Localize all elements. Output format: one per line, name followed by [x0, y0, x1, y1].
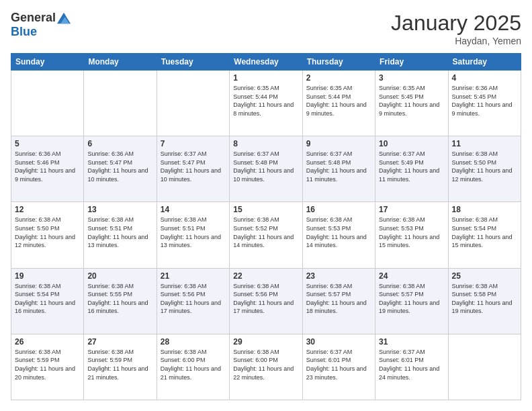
day-info: Sunrise: 6:38 AM Sunset: 5:50 PM Dayligh…	[452, 150, 517, 183]
week-row-3: 12Sunrise: 6:38 AM Sunset: 5:50 PM Dayli…	[11, 202, 521, 268]
header-monday: Monday	[84, 54, 157, 71]
calendar-cell: 25Sunrise: 6:38 AM Sunset: 5:58 PM Dayli…	[448, 268, 521, 334]
calendar-cell: 2Sunrise: 6:35 AM Sunset: 5:44 PM Daylig…	[302, 71, 375, 136]
day-number: 11	[452, 139, 517, 148]
day-info: Sunrise: 6:38 AM Sunset: 5:54 PM Dayligh…	[452, 216, 517, 249]
day-info: Sunrise: 6:38 AM Sunset: 5:57 PM Dayligh…	[306, 282, 371, 316]
calendar-cell: 20Sunrise: 6:38 AM Sunset: 5:55 PM Dayli…	[84, 268, 157, 334]
day-number: 8	[233, 139, 298, 148]
calendar-cell: 15Sunrise: 6:38 AM Sunset: 5:52 PM Dayli…	[230, 202, 302, 268]
day-number: 16	[306, 205, 371, 214]
calendar-cell: 12Sunrise: 6:38 AM Sunset: 5:50 PM Dayli…	[11, 202, 84, 268]
calendar-table: Sunday Monday Tuesday Wednesday Thursday…	[11, 53, 521, 400]
calendar-cell: 17Sunrise: 6:38 AM Sunset: 5:53 PM Dayli…	[375, 202, 448, 268]
day-info: Sunrise: 6:38 AM Sunset: 5:51 PM Dayligh…	[87, 216, 152, 249]
calendar-cell: 13Sunrise: 6:38 AM Sunset: 5:51 PM Dayli…	[84, 202, 157, 268]
header-saturday: Saturday	[448, 54, 521, 71]
day-info: Sunrise: 6:35 AM Sunset: 5:44 PM Dayligh…	[233, 84, 298, 118]
calendar-cell: 26Sunrise: 6:38 AM Sunset: 5:59 PM Dayli…	[11, 334, 84, 400]
day-info: Sunrise: 6:38 AM Sunset: 5:54 PM Dayligh…	[15, 282, 80, 316]
calendar-cell: 18Sunrise: 6:38 AM Sunset: 5:54 PM Dayli…	[448, 202, 521, 268]
day-number: 30	[306, 337, 371, 347]
location: Haydan, Yemen	[391, 36, 521, 46]
logo-icon	[57, 11, 71, 25]
day-info: Sunrise: 6:38 AM Sunset: 5:50 PM Dayligh…	[15, 216, 80, 249]
calendar-cell: 16Sunrise: 6:38 AM Sunset: 5:53 PM Dayli…	[302, 202, 375, 268]
day-number: 12	[15, 205, 80, 214]
day-number: 13	[87, 205, 152, 214]
logo-general-text: General	[11, 11, 56, 25]
day-number: 25	[452, 271, 517, 281]
day-info: Sunrise: 6:37 AM Sunset: 5:48 PM Dayligh…	[233, 150, 298, 183]
week-row-4: 19Sunrise: 6:38 AM Sunset: 5:54 PM Dayli…	[11, 268, 521, 334]
calendar-page: General Blue January 2025 Haydan, Yemen …	[0, 0, 532, 411]
day-number: 7	[161, 139, 226, 148]
day-info: Sunrise: 6:35 AM Sunset: 5:44 PM Dayligh…	[306, 84, 371, 118]
day-number: 4	[452, 73, 517, 83]
week-row-5: 26Sunrise: 6:38 AM Sunset: 5:59 PM Dayli…	[11, 334, 521, 400]
day-info: Sunrise: 6:38 AM Sunset: 5:52 PM Dayligh…	[233, 216, 298, 249]
calendar-cell: 1Sunrise: 6:35 AM Sunset: 5:44 PM Daylig…	[230, 71, 302, 136]
day-number: 10	[379, 139, 444, 148]
weekday-header-row: Sunday Monday Tuesday Wednesday Thursday…	[11, 54, 521, 71]
day-info: Sunrise: 6:38 AM Sunset: 5:53 PM Dayligh…	[306, 216, 371, 249]
calendar-cell: 11Sunrise: 6:38 AM Sunset: 5:50 PM Dayli…	[448, 136, 521, 202]
day-number: 15	[233, 205, 298, 214]
day-info: Sunrise: 6:38 AM Sunset: 5:57 PM Dayligh…	[379, 282, 444, 316]
day-number: 14	[161, 205, 226, 214]
calendar-cell: 28Sunrise: 6:38 AM Sunset: 6:00 PM Dayli…	[157, 334, 229, 400]
day-number: 19	[15, 271, 80, 281]
day-number: 24	[379, 271, 444, 281]
day-info: Sunrise: 6:38 AM Sunset: 6:00 PM Dayligh…	[233, 348, 298, 381]
calendar-cell: 31Sunrise: 6:37 AM Sunset: 6:01 PM Dayli…	[375, 334, 448, 400]
day-number: 27	[87, 337, 152, 347]
day-info: Sunrise: 6:35 AM Sunset: 5:45 PM Dayligh…	[379, 84, 444, 118]
calendar-cell: 30Sunrise: 6:37 AM Sunset: 6:01 PM Dayli…	[302, 334, 375, 400]
calendar-cell: 10Sunrise: 6:37 AM Sunset: 5:49 PM Dayli…	[375, 136, 448, 202]
day-number: 6	[87, 139, 152, 148]
day-info: Sunrise: 6:37 AM Sunset: 5:49 PM Dayligh…	[379, 150, 444, 183]
calendar-cell: 9Sunrise: 6:37 AM Sunset: 5:48 PM Daylig…	[302, 136, 375, 202]
calendar-cell	[84, 71, 157, 136]
calendar-cell: 29Sunrise: 6:38 AM Sunset: 6:00 PM Dayli…	[230, 334, 302, 400]
week-row-1: 1Sunrise: 6:35 AM Sunset: 5:44 PM Daylig…	[11, 71, 521, 136]
day-info: Sunrise: 6:36 AM Sunset: 5:45 PM Dayligh…	[452, 84, 517, 118]
logo-blue-text: Blue	[11, 25, 37, 39]
header-thursday: Thursday	[302, 54, 375, 71]
day-info: Sunrise: 6:38 AM Sunset: 5:59 PM Dayligh…	[87, 348, 152, 381]
calendar-cell: 4Sunrise: 6:36 AM Sunset: 5:45 PM Daylig…	[448, 71, 521, 136]
day-number: 22	[233, 271, 298, 281]
day-number: 2	[306, 73, 371, 83]
week-row-2: 5Sunrise: 6:36 AM Sunset: 5:46 PM Daylig…	[11, 136, 521, 202]
calendar-cell: 21Sunrise: 6:38 AM Sunset: 5:56 PM Dayli…	[157, 268, 229, 334]
calendar-cell	[11, 71, 84, 136]
day-number: 20	[87, 271, 152, 281]
calendar-cell: 3Sunrise: 6:35 AM Sunset: 5:45 PM Daylig…	[375, 71, 448, 136]
page-header: General Blue January 2025 Haydan, Yemen	[11, 11, 521, 46]
header-friday: Friday	[375, 54, 448, 71]
day-info: Sunrise: 6:37 AM Sunset: 5:48 PM Dayligh…	[306, 150, 371, 183]
day-number: 18	[452, 205, 517, 214]
calendar-cell: 6Sunrise: 6:36 AM Sunset: 5:47 PM Daylig…	[84, 136, 157, 202]
day-info: Sunrise: 6:38 AM Sunset: 6:00 PM Dayligh…	[161, 348, 226, 381]
day-number: 26	[15, 337, 80, 347]
day-number: 23	[306, 271, 371, 281]
calendar-cell: 23Sunrise: 6:38 AM Sunset: 5:57 PM Dayli…	[302, 268, 375, 334]
calendar-cell	[157, 71, 229, 136]
day-number: 21	[161, 271, 226, 281]
calendar-cell: 24Sunrise: 6:38 AM Sunset: 5:57 PM Dayli…	[375, 268, 448, 334]
day-info: Sunrise: 6:36 AM Sunset: 5:46 PM Dayligh…	[15, 150, 80, 183]
calendar-cell: 7Sunrise: 6:37 AM Sunset: 5:47 PM Daylig…	[157, 136, 229, 202]
title-block: January 2025 Haydan, Yemen	[391, 11, 521, 46]
day-info: Sunrise: 6:37 AM Sunset: 5:47 PM Dayligh…	[161, 150, 226, 183]
header-sunday: Sunday	[11, 54, 84, 71]
calendar-cell: 14Sunrise: 6:38 AM Sunset: 5:51 PM Dayli…	[157, 202, 229, 268]
day-info: Sunrise: 6:38 AM Sunset: 5:56 PM Dayligh…	[161, 282, 226, 316]
day-info: Sunrise: 6:36 AM Sunset: 5:47 PM Dayligh…	[87, 150, 152, 183]
day-info: Sunrise: 6:38 AM Sunset: 5:55 PM Dayligh…	[87, 282, 152, 316]
calendar-cell: 22Sunrise: 6:38 AM Sunset: 5:56 PM Dayli…	[230, 268, 302, 334]
calendar-cell	[448, 334, 521, 400]
header-tuesday: Tuesday	[157, 54, 229, 71]
day-info: Sunrise: 6:38 AM Sunset: 5:53 PM Dayligh…	[379, 216, 444, 249]
day-info: Sunrise: 6:38 AM Sunset: 5:58 PM Dayligh…	[452, 282, 517, 316]
